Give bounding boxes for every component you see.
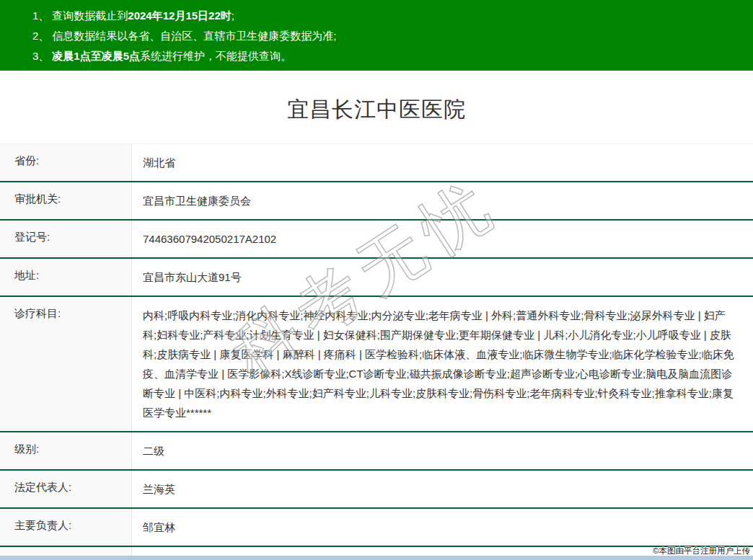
row-value: 二级 bbox=[132, 432, 753, 469]
row-value: 邹宜林 bbox=[132, 509, 753, 546]
row-value: 74463607942050217A2102 bbox=[132, 221, 753, 257]
table-row: 省份:湖北省 bbox=[0, 144, 753, 182]
table-row: 诊疗科目:内科;呼吸内科专业;消化内科专业;神经内科专业;内分泌专业;老年病专业… bbox=[0, 297, 753, 432]
table-row: 审批机关:宜昌市卫生健康委员会 bbox=[0, 182, 753, 221]
row-value: 内科;呼吸内科专业;消化内科专业;神经内科专业;内分泌专业;老年病专业 | 外科… bbox=[132, 297, 753, 431]
row-value: 宜昌市东山大道91号 bbox=[132, 259, 753, 295]
row-label: 级别: bbox=[0, 432, 132, 469]
row-value: 兰海英 bbox=[132, 471, 753, 507]
row-label: 省份: bbox=[0, 144, 132, 181]
row-label: 登记号: bbox=[0, 221, 132, 257]
notice-list: 1、查询数据截止到2024年12月15日22时;2、信息数据结果以各省、自治区、… bbox=[32, 6, 746, 66]
info-table: 省份:湖北省审批机关:宜昌市卫生健康委员会登记号:744636079420502… bbox=[0, 143, 753, 560]
notice-line: 3、凌晨1点至凌晨5点系统进行维护，不能提供查询。 bbox=[32, 46, 746, 66]
notice-number: 3、 bbox=[32, 50, 49, 62]
table-row: 级别:二级 bbox=[0, 432, 753, 471]
notice-line: 2、信息数据结果以各省、自治区、直辖市卫生健康委数据为准; bbox=[32, 26, 746, 46]
notice-text: 2024年12月15日22时 bbox=[128, 9, 231, 22]
notice-text: 系统进行维护，不能提供查询。 bbox=[140, 50, 291, 62]
notice-text: 凌晨1点至凌晨5点 bbox=[52, 50, 140, 62]
photo-credit-watermark: ©本图由平台注册用户上传 bbox=[653, 546, 750, 556]
row-value: 宜昌市卫生健康委员会 bbox=[132, 182, 753, 219]
bottom-strip bbox=[0, 556, 753, 560]
notice-number: 1、 bbox=[32, 9, 49, 22]
notice-text: ; bbox=[232, 9, 234, 22]
notice-number: 2、 bbox=[32, 30, 49, 42]
notice-line: 1、查询数据截止到2024年12月15日22时; bbox=[32, 6, 746, 26]
row-label: 地址: bbox=[0, 259, 132, 295]
table-row: 主要负责人:邹宜林 bbox=[0, 509, 753, 547]
table-row: 法定代表人:兰海英 bbox=[0, 471, 753, 509]
notice-bar: 1、查询数据截止到2024年12月15日22时;2、信息数据结果以各省、自治区、… bbox=[0, 0, 753, 71]
row-label: 诊疗科目: bbox=[0, 297, 132, 431]
row-label: 法定代表人: bbox=[0, 471, 132, 507]
row-label: 主要负责人: bbox=[0, 509, 132, 546]
table-row: 地址:宜昌市东山大道91号 bbox=[0, 259, 753, 297]
notice-text: 查询数据截止到 bbox=[52, 9, 128, 22]
row-label: 审批机关: bbox=[0, 182, 132, 219]
page-title: 宜昌长江中医医院 bbox=[0, 95, 753, 125]
notice-text: 信息数据结果以各省、自治区、直辖市卫生健康委数据为准; bbox=[52, 30, 336, 42]
row-value: 湖北省 bbox=[132, 144, 753, 181]
table-row: 登记号:74463607942050217A2102 bbox=[0, 221, 753, 259]
